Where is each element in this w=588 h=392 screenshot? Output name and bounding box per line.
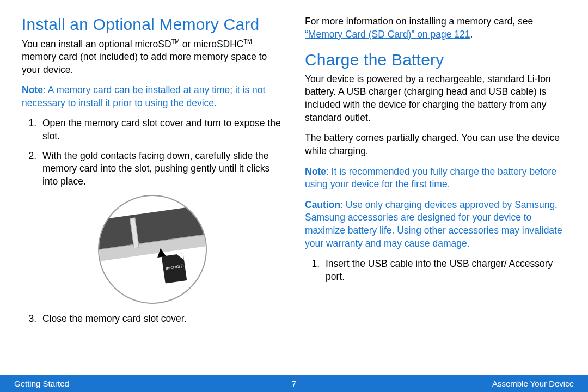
manual-page: Install an Optional Memory Card You can … <box>0 0 588 392</box>
note-label: Note <box>22 84 43 95</box>
left-column: Install an Optional Memory Card You can … <box>22 15 283 332</box>
note-text: : A memory card can be installed at any … <box>22 84 265 108</box>
more-info-a: For more information on installing a mem… <box>305 16 533 27</box>
heading-install-memory: Install an Optional Memory Card <box>22 15 283 34</box>
tm-mark: TM <box>171 38 180 45</box>
memory-card-page-link[interactable]: “Memory Card (SD Card)” on page 121 <box>305 29 470 40</box>
charge-steps-list: Insert the USB cable into the USB charge… <box>305 258 566 283</box>
install-step-2: With the gold contacts facing down, care… <box>39 150 283 188</box>
install-steps-list: Open the memory card slot cover and turn… <box>22 117 283 188</box>
install-step-3: Close the memory card slot cover. <box>39 313 283 326</box>
intro-paragraph: You can install an optional microSDTM or… <box>22 38 283 77</box>
intro-text-b: or microSDHC <box>180 38 244 49</box>
figure-wrapper: microSD <box>22 195 283 304</box>
right-column: For more information on installing a mem… <box>305 15 566 332</box>
caution-charge: Caution: Use only charging devices appro… <box>305 199 566 250</box>
footer-page-number: 7 <box>0 379 588 388</box>
charge-p1: Your device is powered by a rechargeable… <box>305 73 566 125</box>
two-column-layout: Install an Optional Memory Card You can … <box>22 15 566 332</box>
charge-step-1: Insert the USB cable into the USB charge… <box>322 258 566 283</box>
intro-text-c: memory card (not included) to add more m… <box>22 51 267 75</box>
note-text: : It is recommended you fully charge the… <box>305 166 556 190</box>
memory-card-figure: microSD <box>98 195 207 304</box>
page-footer: Getting Started 7 Assemble Your Device <box>0 375 588 392</box>
heading-charge-battery: Charge the Battery <box>305 51 566 70</box>
note-memory-card: Note: A memory card can be installed at … <box>22 84 283 109</box>
more-info-b: . <box>470 29 473 40</box>
note-charge: Note: It is recommended you fully charge… <box>305 166 566 191</box>
intro-text-a: You can install an optional microSD <box>22 38 171 49</box>
note-label: Note <box>305 166 326 177</box>
charge-p2: The battery comes partially charged. You… <box>305 132 566 157</box>
install-steps-list-cont: Close the memory card slot cover. <box>22 313 283 326</box>
more-info-paragraph: For more information on installing a mem… <box>305 15 566 41</box>
caution-text: : Use only charging devices approved by … <box>305 199 562 249</box>
install-step-1: Open the memory card slot cover and turn… <box>39 117 283 143</box>
tm-mark: TM <box>243 38 252 45</box>
caution-label: Caution <box>305 199 340 210</box>
